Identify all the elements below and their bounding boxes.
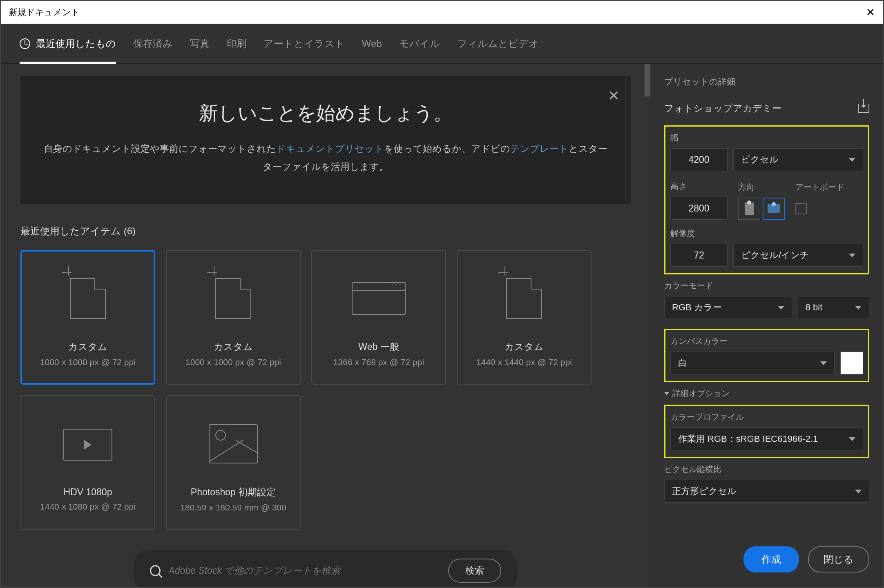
artboard-checkbox[interactable]: [795, 203, 807, 214]
clock-icon: [20, 38, 30, 49]
card-sub: 1000 x 1000 px @ 72 ppi: [185, 357, 281, 367]
canvas-color-swatch[interactable]: [840, 352, 863, 374]
orientation-landscape-button[interactable]: [763, 198, 785, 220]
profile-value: 作業用 RGB：sRGB IEC61966-2.1: [678, 433, 818, 445]
chevron-down-icon: [849, 254, 855, 257]
height-label: 高さ: [670, 181, 728, 192]
orientation-portrait-button[interactable]: [738, 198, 760, 220]
pixel-aspect-dropdown[interactable]: 正方形ピクセル: [664, 480, 869, 503]
tab-web[interactable]: Web: [362, 24, 382, 64]
canvas-value: 白: [678, 357, 687, 369]
tab-photo[interactable]: 写真: [190, 24, 210, 64]
resolution-input[interactable]: 72: [670, 244, 728, 267]
download-icon[interactable]: [858, 104, 869, 113]
document-icon: [506, 278, 542, 319]
card-sub: 1000 x 1000 px @ 72 ppi: [40, 357, 136, 367]
hero-text: 自身のドキュメント設定や事前にフォーマットされたドキュメントプリセットを使って始…: [41, 140, 610, 176]
tab-print[interactable]: 印刷: [227, 24, 246, 64]
artboard-label: アートボード: [795, 182, 844, 193]
canvas-group: カンバスカラー 白: [664, 329, 869, 382]
colormode-dropdown[interactable]: RGB カラー: [664, 296, 792, 319]
panel-title: プリセットの詳細: [664, 76, 869, 87]
section-title-recent: 最近使用したアイテム (6): [20, 225, 631, 238]
stock-search-bar: 検索: [134, 550, 518, 587]
document-icon: [70, 278, 106, 319]
image-icon: [209, 424, 258, 463]
card-title: カスタム: [68, 341, 107, 353]
chevron-down-icon: [778, 306, 784, 310]
preset-card[interactable]: カスタム 1440 x 1440 px @ 72 ppi: [457, 250, 592, 385]
preset-card[interactable]: HDV 1080p 1440 x 1080 px @ 72 ppi: [20, 395, 155, 530]
width-unit-dropdown[interactable]: ピクセル: [733, 148, 863, 171]
height-input[interactable]: 2800: [670, 197, 728, 220]
chevron-down-icon: [855, 306, 862, 310]
colormode-label: カラーモード: [664, 280, 869, 291]
create-button[interactable]: 作成: [743, 546, 799, 572]
search-input[interactable]: [169, 565, 438, 576]
card-title: Photoshop 初期設定: [191, 486, 276, 499]
profile-label: カラープロファイル: [670, 412, 863, 423]
preset-card[interactable]: Web 一般 1366 x 768 px @ 72 ppi: [311, 250, 446, 385]
tab-mobile[interactable]: モバイル: [399, 24, 440, 64]
card-sub: 1366 x 768 px @ 72 ppi: [333, 357, 424, 367]
card-title: Web 一般: [358, 341, 399, 353]
card-title: HDV 1080p: [64, 487, 112, 498]
resolution-unit-dropdown[interactable]: ピクセル/インチ: [733, 244, 863, 267]
preset-name: フォトショップアカデミー: [664, 102, 781, 115]
card-sub: 1440 x 1080 px @ 72 ppi: [40, 502, 136, 512]
orientation-label: 方向: [738, 182, 785, 193]
width-unit-value: ピクセル: [741, 154, 779, 166]
aspect-label: ピクセル縦横比: [664, 464, 869, 475]
chevron-down-icon: [849, 437, 855, 441]
width-label: 幅: [670, 132, 863, 143]
preset-link[interactable]: ドキュメントプリセット: [276, 143, 384, 154]
tab-saved[interactable]: 保存済み: [133, 24, 173, 64]
tab-art[interactable]: アートとイラスト: [263, 24, 345, 64]
document-icon: [215, 278, 251, 319]
bitdepth-dropdown[interactable]: 8 bit: [798, 296, 869, 319]
tab-recent[interactable]: 最近使用したもの: [20, 24, 116, 64]
card-sub: 180.59 x 180.59 mm @ 300: [180, 503, 286, 512]
advanced-toggle[interactable]: 詳細オプション: [664, 388, 869, 399]
window-title: 新規ドキュメント: [9, 7, 80, 18]
scrollbar[interactable]: [645, 64, 650, 96]
profile-group: カラープロファイル 作業用 RGB：sRGB IEC61966-2.1: [664, 405, 869, 458]
template-link[interactable]: テンプレート: [510, 143, 569, 154]
chevron-down-icon: [820, 361, 827, 365]
preset-card[interactable]: カスタム 1000 x 1000 px @ 72 ppi: [166, 250, 301, 385]
preset-card[interactable]: Photoshop 初期設定 180.59 x 180.59 mm @ 300: [166, 395, 301, 530]
close-button[interactable]: 閉じる: [808, 546, 869, 572]
browser-icon: [352, 282, 406, 315]
card-sub: 1440 x 1440 px @ 72 ppi: [476, 357, 572, 367]
colormode-value: RGB カラー: [672, 301, 722, 314]
canvas-color-dropdown[interactable]: 白: [670, 352, 835, 374]
card-title: カスタム: [505, 341, 544, 353]
hero-banner: ✕ 新しいことを始めましょう。 自身のドキュメント設定や事前にフォーマットされた…: [20, 76, 631, 204]
chevron-down-icon: [855, 490, 862, 493]
resolution-label: 解像度: [670, 228, 863, 239]
bitdepth-value: 8 bit: [806, 302, 823, 313]
card-title: カスタム: [214, 341, 253, 353]
search-icon: [150, 565, 161, 576]
hero-title: 新しいことを始めましょう。: [41, 100, 610, 126]
close-icon[interactable]: ✕: [866, 6, 875, 19]
video-icon: [63, 429, 112, 461]
aspect-value: 正方形ピクセル: [672, 485, 737, 497]
resolution-unit-value: ピクセル/インチ: [741, 249, 809, 261]
dimensions-group: 幅 4200 ピクセル 高さ 2800 方向: [664, 125, 869, 274]
color-profile-dropdown[interactable]: 作業用 RGB：sRGB IEC61966-2.1: [670, 428, 863, 450]
chevron-down-icon: [849, 158, 855, 162]
hero-close-icon[interactable]: ✕: [608, 87, 619, 104]
width-input[interactable]: 4200: [670, 148, 728, 171]
tab-recent-label: 最近使用したもの: [36, 37, 116, 50]
search-button[interactable]: 検索: [448, 559, 501, 583]
preset-card[interactable]: カスタム 1000 x 1000 px @ 72 ppi: [20, 250, 155, 385]
tab-film[interactable]: フィルムとビデオ: [457, 24, 539, 64]
canvas-label: カンバスカラー: [670, 336, 863, 347]
